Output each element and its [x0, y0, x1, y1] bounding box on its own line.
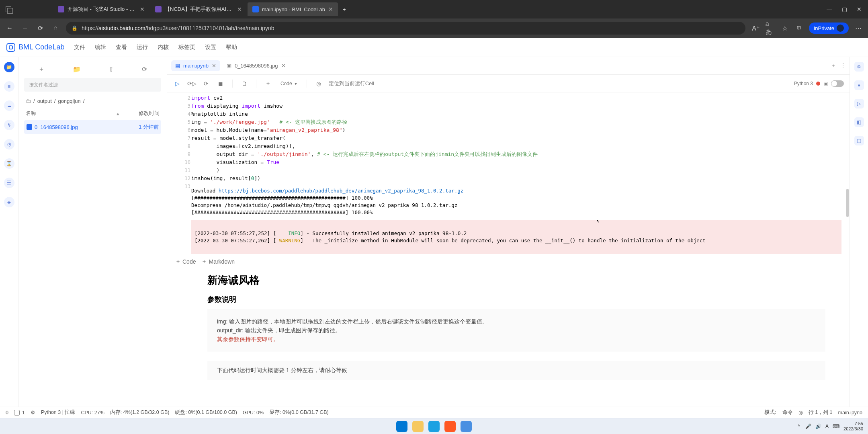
close-icon[interactable]: ✕ [281, 63, 286, 69]
locate-icon[interactable]: ◎ [314, 79, 323, 88]
download-link[interactable]: https://bj.bcebos.com/paddlehub/paddlehu… [219, 188, 464, 194]
col-time[interactable]: 修改时间 [119, 110, 160, 117]
home-button[interactable]: ⌂ [51, 23, 60, 33]
forward-button[interactable]: → [20, 23, 30, 33]
editor-tab-image[interactable]: ▣ 0_1648598096.jpg ✕ [223, 60, 290, 71]
toggle-switch[interactable] [831, 80, 844, 87]
upload-icon[interactable]: ⇧ [108, 66, 114, 73]
run-button[interactable]: ▷ [173, 79, 182, 88]
browser-tab-0[interactable]: 开源项目 - 飞桨AI Studio - 人工… ✕ [53, 2, 149, 16]
close-icon[interactable]: ✕ [140, 6, 145, 12]
rail-icon[interactable]: ≡ [4, 81, 14, 92]
rail-icon[interactable]: ◫ [854, 136, 864, 145]
explorer-icon[interactable] [412, 421, 424, 432]
ring-icon[interactable]: ◎ [798, 409, 803, 416]
add-tab-button[interactable]: ＋ [831, 62, 836, 69]
scrollbar-thumb[interactable] [846, 189, 849, 217]
add-code-button[interactable]: ＋ Code [175, 258, 196, 265]
clear-output-button[interactable]: 🗋 [240, 79, 249, 88]
close-icon[interactable]: ✕ [328, 6, 333, 12]
menu-run[interactable]: 运行 [137, 44, 148, 51]
menu-edit[interactable]: 编辑 [95, 44, 106, 51]
menu-tabs[interactable]: 标签页 [178, 44, 195, 51]
ime-icon[interactable]: A [825, 424, 829, 429]
window-menu-icon[interactable] [6, 6, 11, 12]
new-folder-icon[interactable]: 📁 [73, 66, 81, 73]
edge-icon[interactable] [428, 421, 440, 432]
rail-files-icon[interactable]: 📁 [4, 62, 14, 72]
col-name[interactable]: 名称 [26, 110, 36, 117]
maximize-button[interactable]: ▢ [842, 6, 847, 12]
rail-icon[interactable]: ● [854, 80, 864, 90]
inprivate-badge[interactable]: InPrivate [809, 23, 849, 34]
menu-view[interactable]: 查看 [116, 44, 127, 51]
crumb[interactable]: gongqijun [58, 98, 80, 104]
rail-icon[interactable]: ↯ [4, 120, 14, 130]
tray-chevron-icon[interactable]: ＾ [796, 423, 801, 430]
mic-icon[interactable]: 🎤 [805, 424, 811, 429]
more-tabs-button[interactable]: ⋮ [841, 62, 845, 69]
add-markdown-button[interactable]: ＋ Markdown [201, 258, 235, 265]
rail-icon[interactable]: ⌛ [4, 158, 14, 169]
notebook-body[interactable]: 2345678910111213 import cv2from displayi… [167, 92, 850, 407]
app-logo[interactable]: BML CodeLab [6, 43, 64, 52]
collections-icon[interactable]: ⧉ [794, 23, 804, 33]
rail-icon[interactable]: ☰ [4, 178, 14, 188]
cell-type-dropdown[interactable]: Code ▾ [278, 80, 299, 87]
app-icon[interactable] [461, 421, 472, 432]
more-button[interactable]: ⋯ [854, 23, 863, 33]
chevron-up-icon[interactable]: ▴ [117, 111, 119, 117]
interrupt-button[interactable]: ◼ [216, 79, 225, 88]
new-file-icon[interactable]: ＋ [38, 65, 45, 74]
code-cell[interactable]: 2345678910111213 import cv2from displayi… [167, 94, 850, 182]
editor-tab-main[interactable]: ▤ main.ipynb ✕ [171, 60, 220, 71]
markdown-cell[interactable]: 新海诚风格 参数说明 img: 输入图片的路径，本地图片可以拖拽到左边的文件栏上… [207, 273, 825, 380]
rail-icon[interactable]: ◧ [854, 117, 864, 127]
crumb[interactable]: / [33, 98, 35, 104]
rail-icon[interactable]: ▷ [854, 99, 864, 108]
kernel-name[interactable]: Python 3 [794, 81, 813, 86]
run-restart-button[interactable]: ⟳▷ [187, 79, 196, 88]
app-icon[interactable] [444, 421, 456, 432]
start-button[interactable] [396, 421, 407, 432]
output-line: Decompress /home/aistudio/.paddlehub/tmp… [191, 202, 841, 209]
text-size-icon[interactable]: A⁺ [751, 23, 761, 33]
file-row[interactable]: 0_1648598096.jpg 1 分钟前 [24, 120, 161, 134]
back-button[interactable]: ← [5, 23, 14, 33]
favorite-icon[interactable]: ☆ [780, 23, 790, 33]
settings-icon[interactable]: ⚙ [854, 62, 864, 72]
close-icon[interactable]: ✕ [212, 63, 216, 69]
terminal-icon[interactable] [14, 410, 20, 416]
minimize-button[interactable]: — [827, 6, 832, 12]
filter-input[interactable]: 按文件名过滤 [24, 78, 161, 92]
gear-icon[interactable]: ⚙ [31, 409, 35, 416]
crumb[interactable]: output [37, 98, 52, 104]
rail-icon[interactable]: ◷ [4, 139, 14, 149]
translate-icon[interactable]: aあ [766, 23, 775, 33]
menu-kernel[interactable]: 内核 [158, 44, 169, 51]
browser-tab-2[interactable]: main.ipynb - BML CodeLab ✕ [248, 2, 338, 16]
breadcrumb[interactable]: 🗀 / output / gongqijun / [24, 96, 161, 106]
keyboard-icon[interactable]: ⌨ [833, 424, 839, 429]
new-tab-button[interactable]: + [339, 2, 350, 16]
clock[interactable]: 7:55 2022/3/30 [843, 421, 863, 432]
panel-icon[interactable]: ▣ [823, 81, 828, 86]
volume-icon[interactable]: 🔊 [815, 424, 821, 429]
menu-help[interactable]: 帮助 [226, 44, 237, 51]
menu-settings[interactable]: 设置 [205, 44, 216, 51]
close-window-button[interactable]: ✕ [857, 6, 862, 12]
locate-label[interactable]: 定位到当前运行Cell [329, 80, 374, 87]
code-area[interactable]: import cv2from displaying import imshow%… [167, 94, 850, 182]
close-icon[interactable]: ✕ [237, 6, 242, 12]
browser-tab-1[interactable]: 【NCDA】手把手教你用AI玩转… ✕ [150, 2, 247, 16]
add-cell-button[interactable]: ＋ [264, 79, 272, 88]
status-disk: 硬盘: 0%(0.1 GB/100.0 GB) [175, 409, 237, 416]
menu-file[interactable]: 文件 [74, 44, 85, 51]
status-kernel[interactable]: Python 3 | 忙碌 [41, 409, 76, 416]
restart-kernel-button[interactable]: ⟳ [202, 79, 211, 88]
refresh-icon[interactable]: ⟳ [142, 66, 147, 73]
address-bar[interactable]: 🔒 https://aistudio.baidu.com/bdgpu3/user… [66, 22, 745, 35]
rail-icon[interactable]: ◈ [4, 197, 14, 207]
reload-button[interactable]: ⟳ [35, 23, 45, 33]
rail-icon[interactable]: ☁ [4, 100, 14, 111]
